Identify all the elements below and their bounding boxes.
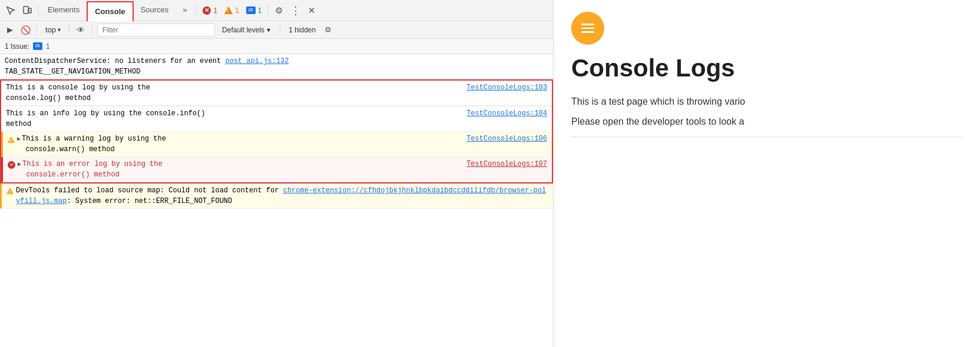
issues-text: 1 Issue: [5, 42, 29, 51]
console-separator-3 [92, 24, 92, 36]
message-row: ▶This is an error log by using the conso… [18, 159, 547, 180]
selected-messages-group: This is a console log by using theconsol… [0, 79, 553, 183]
message-content: ContentDispatcherService: no listeners f… [5, 56, 548, 77]
list-item: ✕ ▶This is an error log by using the con… [1, 157, 552, 182]
hamburger-line-1 [581, 24, 594, 25]
issues-badge-icon: ✉ [33, 42, 42, 50]
error-icon: ✕ [203, 6, 211, 15]
devtools-toolbar: Elements Console Sources » ✕ 1 ! 1 ✉ 1 [0, 0, 553, 21]
issues-bar: 1 Issue: ✉ 1 [0, 39, 553, 54]
message-text: DevTools failed to load source map: Coul… [16, 186, 546, 205]
message-row: ContentDispatcherService: no listeners f… [5, 56, 548, 66]
message-content: ▶This is an error log by using the conso… [18, 159, 547, 180]
page-divider [571, 136, 962, 137]
console-settings-button[interactable]: ⚙ [322, 24, 335, 36]
message-content: This is a console log by using theconsol… [6, 82, 547, 104]
devtools-panel: Elements Console Sources » ✕ 1 ! 1 ✉ 1 [0, 0, 554, 347]
top-label: top [45, 25, 56, 34]
top-chevron-icon: ▾ [58, 26, 61, 33]
message-text-2: TAB_STATE__GET_NAVIGATION_METHOD [5, 66, 548, 77]
message-icon: ✉ [246, 6, 256, 14]
hidden-count: 1 hidden [285, 26, 319, 34]
source-link[interactable]: TestConsoleLogs:104 [459, 108, 547, 129]
svg-rect-0 [24, 6, 28, 14]
block-button[interactable]: 🚫 [19, 24, 32, 36]
svg-rect-1 [29, 8, 31, 13]
tab-elements[interactable]: Elements [41, 0, 87, 21]
warn-icon: ! [224, 6, 233, 14]
expand-arrow-icon[interactable]: ▶ [18, 161, 21, 168]
page-title: Console Logs [571, 54, 962, 82]
web-page-panel: Console Logs This is a test page which i… [554, 0, 980, 347]
default-levels-button[interactable]: Default levels ▾ [217, 25, 275, 35]
toolbar-separator-1 [38, 5, 38, 16]
message-row: ▶This is a warning log by using the cons… [17, 134, 547, 155]
tab-more[interactable]: » [176, 0, 194, 21]
console-separator-4 [280, 24, 280, 36]
close-devtools-button[interactable]: ✕ [304, 2, 320, 19]
top-selector[interactable]: top ▾ [42, 24, 64, 35]
eye-button[interactable]: 👁 [74, 24, 87, 36]
list-item: ! ▶This is a warning log by using the co… [1, 132, 552, 157]
toolbar-separator-3 [268, 5, 269, 16]
tab-console[interactable]: Console [87, 1, 133, 21]
message-count: 1 [258, 6, 262, 15]
clear-console-button[interactable]: ▶ [4, 24, 16, 36]
warn-msg-icon: ! [8, 135, 15, 145]
list-item: This is an info log by using the console… [1, 106, 552, 132]
message-content: DevTools failed to load source map: Coul… [16, 185, 548, 206]
source-link[interactable]: post api.js:132 [225, 57, 289, 65]
page-text-2: Please open the developer tools to look … [571, 116, 962, 127]
message-text: ▶This is a warning log by using the cons… [17, 134, 459, 155]
message-row: This is a console log by using theconsol… [6, 82, 547, 104]
console-separator-2 [69, 24, 69, 36]
console-messages-area: ContentDispatcherService: no listeners f… [0, 54, 553, 347]
issues-badge-count: 1 [46, 42, 50, 51]
error-msg-icon: ✕ [8, 160, 15, 171]
hamburger-line-2 [581, 28, 594, 29]
devtools-warn-icon: ! [6, 186, 14, 196]
warn-badge-group[interactable]: ! 1 [221, 5, 243, 16]
toolbar-separator-2 [196, 5, 197, 16]
list-item: This is a console log by using theconsol… [1, 81, 552, 106]
expand-arrow-icon[interactable]: ▶ [17, 136, 21, 142]
console-toolbar: ▶ 🚫 top ▾ 👁 Default levels ▾ 1 hidden ⚙ [0, 21, 553, 39]
error-badge-group[interactable]: ✕ 1 [199, 5, 221, 16]
error-count: 1 [213, 6, 217, 15]
list-item: ! DevTools failed to load source map: Co… [0, 183, 553, 209]
source-link[interactable]: TestConsoleLogs:103 [459, 82, 547, 104]
message-row: This is an info log by using the console… [6, 108, 547, 129]
source-link[interactable]: TestConsoleLogs:106 [459, 134, 547, 155]
message-text: This is an info log by using the console… [6, 108, 459, 129]
warn-count: 1 [235, 6, 239, 15]
filter-input[interactable] [97, 24, 215, 36]
inspect-element-icon[interactable] [2, 2, 19, 19]
levels-chevron-icon: ▾ [267, 26, 270, 34]
tab-sources[interactable]: Sources [134, 0, 176, 21]
console-separator-1 [37, 24, 37, 36]
message-content: This is an info log by using the console… [6, 108, 547, 129]
hamburger-icon [581, 24, 594, 33]
hamburger-button[interactable] [571, 12, 604, 45]
source-link[interactable]: TestConsoleLogs:107 [459, 159, 547, 180]
message-text: This is a console log by using theconsol… [6, 82, 459, 104]
message-text: ▶This is an error log by using the conso… [18, 159, 459, 180]
devtools-source-link[interactable]: chrome-extension://cfhdojbkjhnklbpkdaibd… [16, 186, 546, 205]
message-content: ▶This is a warning log by using the cons… [17, 134, 547, 155]
message-badge-group[interactable]: ✉ 1 [243, 5, 266, 16]
list-item: ContentDispatcherService: no listeners f… [0, 54, 553, 79]
settings-button[interactable]: ⚙ [271, 2, 287, 19]
message-text: ContentDispatcherService: no listeners f… [5, 56, 289, 66]
device-toolbar-icon[interactable] [19, 2, 35, 19]
more-options-button[interactable]: ⋮ [287, 2, 304, 19]
hamburger-line-3 [581, 31, 594, 33]
page-text-1: This is a test page which is throwing va… [571, 96, 962, 107]
